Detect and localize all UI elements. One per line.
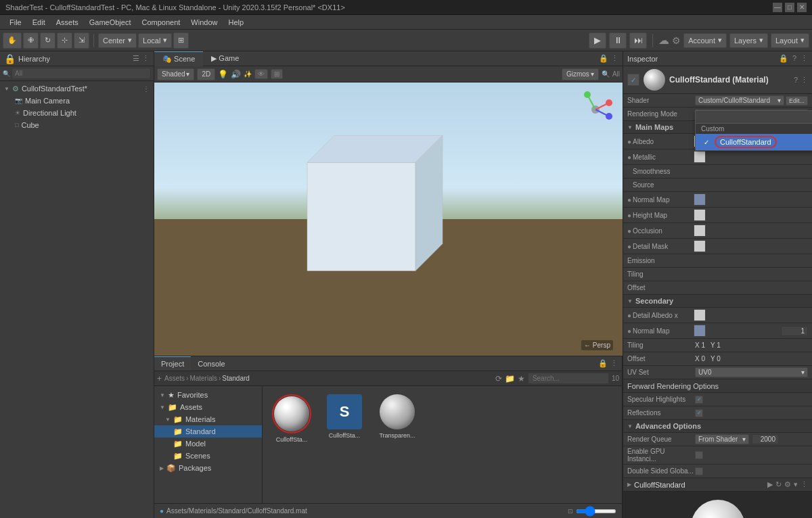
hierarchy-menu-icon[interactable]: ☰: [133, 54, 139, 63]
file-culloffstandard-shader[interactable]: S CulloffSta...: [321, 392, 368, 446]
audio-toggle[interactable]: 🔊: [231, 70, 241, 79]
play-button[interactable]: ▶: [589, 32, 606, 49]
add-button[interactable]: +: [157, 374, 162, 383]
comp-settings-icon[interactable]: ⚙: [784, 480, 791, 489]
shader-dropdown[interactable]: Custom/CulloffStandard ▾: [695, 95, 784, 105]
inspector-menu-icon[interactable]: ⋮: [800, 54, 808, 63]
step-button[interactable]: ⏭: [629, 32, 647, 49]
hand-tool[interactable]: ✋: [3, 32, 22, 49]
breadcrumb-assets[interactable]: Assets: [164, 375, 185, 382]
comp-more-icon[interactable]: ⋮: [800, 480, 808, 489]
doublesided-checkbox[interactable]: [695, 467, 703, 475]
advanced-section[interactable]: ▼ Advanced Options: [623, 420, 812, 433]
rotate-tool[interactable]: ↻: [40, 32, 55, 49]
tree-favorites[interactable]: ▼ ★ Favorites: [154, 389, 262, 401]
file-transparent[interactable]: Transparen...: [374, 392, 421, 446]
metallic-texture[interactable]: [694, 151, 706, 163]
reflections-checkbox[interactable]: ✓: [695, 409, 703, 417]
menu-assets[interactable]: Assets: [51, 17, 84, 28]
project-menu-icon[interactable]: ⋮: [610, 359, 618, 368]
scene-menu[interactable]: ⋮: [143, 85, 150, 93]
comp-refresh-icon[interactable]: ↻: [775, 480, 782, 489]
specular-checkbox[interactable]: ✓: [695, 396, 703, 404]
comp-play-icon[interactable]: ▶: [767, 480, 773, 489]
light-toggle[interactable]: 💡: [218, 70, 228, 79]
material-enabled-checkbox[interactable]: ✓: [627, 74, 639, 86]
menu-edit[interactable]: Edit: [27, 17, 51, 28]
effects-toggle[interactable]: ✨: [244, 70, 252, 78]
move-tool[interactable]: ✙: [23, 32, 39, 49]
hierarchy-more-icon[interactable]: ⋮: [142, 54, 150, 63]
transform-tool[interactable]: ⇲: [74, 32, 89, 49]
maximize-button[interactable]: □: [785, 3, 794, 12]
material-help-icon[interactable]: ?: [794, 76, 798, 85]
grid-button[interactable]: ⊞: [173, 32, 189, 49]
services-icon[interactable]: ⚙: [672, 35, 681, 46]
tree-model[interactable]: 📁 Model: [154, 438, 262, 450]
breadcrumb-materials[interactable]: Materials: [189, 375, 217, 382]
2d-button[interactable]: 2D: [197, 68, 215, 80]
zoom-slider[interactable]: [576, 509, 616, 513]
collab-icon[interactable]: ☁: [658, 34, 669, 47]
refresh-icon[interactable]: ⟳: [495, 374, 502, 383]
edit-button[interactable]: Edit...: [786, 96, 808, 105]
shader-search-input[interactable]: [696, 111, 812, 124]
inspector-lock-icon[interactable]: 🔒: [779, 54, 788, 63]
detail-texture[interactable]: [694, 240, 706, 252]
scale-tool[interactable]: ⊹: [57, 32, 72, 49]
heightmap-texture[interactable]: [694, 209, 706, 221]
hierarchy-cube[interactable]: □ Cube: [0, 119, 154, 131]
tree-materials[interactable]: ▼ 📁 Materials: [154, 413, 262, 425]
close-button[interactable]: ✕: [797, 3, 807, 12]
star-icon[interactable]: ★: [518, 374, 525, 383]
sec-normal-texture[interactable]: [694, 325, 706, 337]
renderqueue-source-dropdown[interactable]: From Shader ▾: [695, 434, 749, 444]
hierarchy-lock[interactable]: 🔒: [4, 53, 16, 64]
pause-button[interactable]: ⏸: [609, 32, 627, 49]
secondary-section[interactable]: ▼ Secondary: [623, 295, 812, 308]
account-dropdown[interactable]: Account ▾: [683, 33, 727, 48]
game-tab[interactable]: ▶ Game: [203, 51, 247, 66]
tree-scenes[interactable]: 📁 Scenes: [154, 450, 262, 462]
renderqueue-value[interactable]: [752, 434, 779, 444]
minimize-button[interactable]: —: [773, 3, 782, 12]
tree-packages[interactable]: ▶ 📦 Packages: [154, 462, 262, 474]
hierarchy-dirlight[interactable]: ☀ Directional Light: [0, 107, 154, 119]
viewport-lock-icon[interactable]: 🔒: [599, 54, 608, 63]
menu-window[interactable]: Window: [185, 17, 223, 28]
project-lock-icon[interactable]: 🔒: [598, 359, 608, 368]
menu-gameobject[interactable]: GameObject: [84, 17, 137, 28]
shader-item-culloffstandard[interactable]: ✓ CulloffStandard: [696, 134, 812, 150]
viewport-menu-icon[interactable]: ⋮: [611, 54, 618, 63]
gpuinstancing-checkbox[interactable]: [695, 451, 703, 459]
grid-toggle[interactable]: ⊞: [271, 69, 283, 79]
console-tab[interactable]: Console: [191, 357, 231, 371]
material-menu-icon[interactable]: ⋮: [800, 76, 808, 85]
menu-file[interactable]: File: [4, 17, 27, 28]
tree-standard[interactable]: 📁 Standard: [154, 425, 262, 438]
viewport-scene[interactable]: ← Persp: [154, 83, 623, 356]
hierarchy-search[interactable]: [12, 68, 151, 79]
menu-help[interactable]: Help: [223, 17, 249, 28]
scene-tab[interactable]: 🎭 Scene: [154, 51, 203, 66]
menu-component[interactable]: Component: [136, 17, 185, 28]
detail-albedo-texture[interactable]: [694, 309, 706, 321]
folder-icon[interactable]: 📁: [505, 374, 515, 383]
local-button[interactable]: Local ▾: [138, 33, 172, 48]
center-button[interactable]: Center ▾: [98, 33, 137, 48]
inspector-question-icon[interactable]: ?: [792, 54, 796, 63]
file-culloffstandard-mat[interactable]: CulloffSta...: [268, 392, 315, 446]
hide-toggle[interactable]: 👁: [254, 69, 268, 79]
layout-dropdown[interactable]: Layout ▾: [771, 33, 809, 48]
hierarchy-maincamera[interactable]: 📷 Main Camera: [0, 95, 154, 107]
shading-dropdown[interactable]: Shaded ▾: [157, 68, 194, 80]
occlusion-texture[interactable]: [694, 225, 706, 237]
gizmos-button[interactable]: Gizmos ▾: [562, 68, 599, 80]
tree-assets[interactable]: ▼ 📁 Assets: [154, 401, 262, 413]
hierarchy-scene[interactable]: ▼ ⚙ CullofStandardTest* ⋮: [0, 83, 154, 95]
project-tab[interactable]: Project: [154, 356, 191, 371]
comp-menu-icon[interactable]: ▾: [794, 480, 798, 489]
normalmap-texture[interactable]: [694, 193, 706, 206]
uvset-dropdown[interactable]: UV0 ▾: [695, 367, 808, 377]
project-search[interactable]: [528, 373, 609, 384]
